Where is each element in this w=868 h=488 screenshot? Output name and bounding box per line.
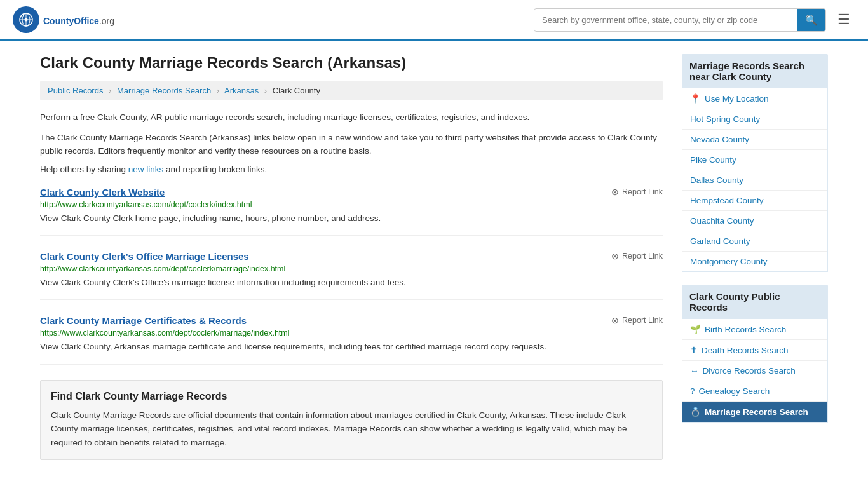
- ouachita-link[interactable]: Ouachita County: [690, 216, 820, 226]
- new-links-link[interactable]: new links: [128, 165, 164, 174]
- genealogy-icon: ?: [690, 386, 695, 396]
- montgomery-label: Montgomery County: [690, 257, 768, 266]
- logo[interactable]: CountyOffice.org: [13, 6, 114, 33]
- death-records-link[interactable]: ✝ Death Records Search: [690, 345, 820, 355]
- report-link-1[interactable]: ⊗ Report Link: [611, 187, 663, 197]
- use-location-label: Use My Location: [705, 94, 769, 104]
- record-url-2[interactable]: http://www.clarkcountyarkansas.com/dept/…: [40, 264, 663, 273]
- record-title-1[interactable]: Clark County Clerk Website: [40, 187, 165, 198]
- birth-records-link[interactable]: 🌱 Birth Records Search: [690, 324, 820, 334]
- report-link-3[interactable]: ⊗ Report Link: [611, 315, 663, 325]
- breadcrumb-marriage-search[interactable]: Marriage Records Search: [117, 86, 211, 95]
- nevada-label: Nevada County: [690, 135, 749, 144]
- dallas-link[interactable]: Dallas County: [690, 175, 820, 185]
- search-button[interactable]: 🔍: [797, 9, 825, 31]
- divorce-records-label: Divorce Records Search: [703, 366, 796, 376]
- breadcrumb-current: Clark County: [273, 86, 320, 95]
- marriage-icon: 💍: [690, 407, 701, 417]
- record-url-1[interactable]: http://www.clarkcountyarkansas.com/dept/…: [40, 200, 663, 209]
- breadcrumb: Public Records › Marriage Records Search…: [40, 81, 663, 100]
- breadcrumb-sep-3: ›: [264, 86, 267, 95]
- report-icon-3: ⊗: [611, 315, 619, 325]
- sidebar-nearby-header: Marriage Records Search near Clark Count…: [682, 54, 828, 88]
- intro-paragraph-1: Perform a free Clark County, AR public m…: [40, 111, 663, 125]
- record-title-row-1: Clark County Clerk Website ⊗ Report Link: [40, 187, 663, 198]
- report-icon-2: ⊗: [611, 251, 619, 261]
- location-icon: 📍: [690, 93, 701, 104]
- marriage-records-link[interactable]: 💍 Marriage Records Search: [690, 407, 820, 417]
- site-header: CountyOffice.org 🔍 ☰: [0, 0, 868, 41]
- record-desc-2: View Clark County Clerk's Office's marri…: [40, 276, 663, 289]
- record-item-2: Clark County Clerk's Office Marriage Lic…: [40, 251, 663, 300]
- sidebar-item-pike[interactable]: Pike County: [682, 150, 827, 170]
- intro-paragraph-2: The Clark County Marriage Records Search…: [40, 131, 663, 158]
- record-title-row-2: Clark County Clerk's Office Marriage Lic…: [40, 251, 663, 262]
- sidebar-item-hempstead[interactable]: Hempstead County: [682, 191, 827, 211]
- search-bar[interactable]: 🔍: [534, 8, 826, 32]
- sidebar-item-nevada[interactable]: Nevada County: [682, 130, 827, 150]
- montgomery-link[interactable]: Montgomery County: [690, 257, 820, 266]
- sidebar-item-marriage[interactable]: 💍 Marriage Records Search: [682, 402, 827, 422]
- find-section-text: Clark County Marriage Records are offici…: [51, 409, 652, 450]
- record-desc-3: View Clark County, Arkansas marriage cer…: [40, 341, 663, 353]
- sidebar-public-records-section: Clark County Public Records 🌱 Birth Reco…: [682, 285, 828, 423]
- hempstead-link[interactable]: Hempstead County: [690, 196, 820, 205]
- sidebar-item-ouachita[interactable]: Ouachita County: [682, 211, 827, 231]
- main-content: Clark County Marriage Records Search (Ar…: [40, 54, 663, 460]
- genealogy-link[interactable]: ? Genealogy Search: [690, 386, 820, 396]
- nevada-link[interactable]: Nevada County: [690, 135, 820, 144]
- search-input[interactable]: [534, 10, 797, 30]
- report-link-2[interactable]: ⊗ Report Link: [611, 251, 663, 261]
- svg-point-5: [25, 18, 28, 22]
- pike-label: Pike County: [690, 155, 736, 165]
- hempstead-label: Hempstead County: [690, 196, 764, 205]
- sidebar-public-records-header: Clark County Public Records: [682, 285, 828, 319]
- sidebar-public-records-list: 🌱 Birth Records Search ✝ Death Records S…: [682, 319, 828, 423]
- help-text: Help others by sharing new links and rep…: [40, 165, 663, 174]
- ouachita-label: Ouachita County: [690, 216, 754, 226]
- sidebar-item-hot-spring[interactable]: Hot Spring County: [682, 109, 827, 130]
- report-icon-1: ⊗: [611, 187, 619, 197]
- logo-icon: [13, 6, 39, 33]
- garland-link[interactable]: Garland County: [690, 236, 820, 246]
- divorce-records-link[interactable]: ↔ Divorce Records Search: [690, 366, 820, 376]
- sidebar-nearby-list: 📍 Use My Location Hot Spring County Neva…: [682, 88, 828, 272]
- sidebar-nearby-section: Marriage Records Search near Clark Count…: [682, 54, 828, 272]
- report-link-label-2: Report Link: [622, 252, 663, 261]
- death-records-label: Death Records Search: [702, 346, 789, 355]
- sidebar-item-use-location[interactable]: 📍 Use My Location: [682, 88, 827, 109]
- death-icon: ✝: [690, 345, 698, 355]
- divorce-icon: ↔: [690, 366, 699, 376]
- sidebar-item-garland[interactable]: Garland County: [682, 231, 827, 252]
- sidebar-item-montgomery[interactable]: Montgomery County: [682, 252, 827, 271]
- find-section-title: Find Clark County Marriage Records: [51, 391, 652, 402]
- birth-icon: 🌱: [690, 324, 701, 334]
- find-section: Find Clark County Marriage Records Clark…: [40, 380, 663, 461]
- report-link-label-1: Report Link: [622, 187, 663, 196]
- main-container: Clark County Marriage Records Search (Ar…: [21, 41, 847, 473]
- breadcrumb-arkansas[interactable]: Arkansas: [224, 86, 259, 95]
- breadcrumb-sep-1: ›: [109, 86, 111, 95]
- breadcrumb-public-records[interactable]: Public Records: [48, 86, 103, 95]
- sidebar-item-birth[interactable]: 🌱 Birth Records Search: [682, 319, 827, 340]
- record-url-3[interactable]: https://www.clarkcountyarkansas.com/dept…: [40, 329, 663, 337]
- sidebar-item-genealogy[interactable]: ? Genealogy Search: [682, 381, 827, 402]
- sidebar-item-dallas[interactable]: Dallas County: [682, 170, 827, 191]
- marriage-records-label: Marriage Records Search: [705, 407, 808, 417]
- record-title-2[interactable]: Clark County Clerk's Office Marriage Lic…: [40, 251, 249, 262]
- record-title-row-3: Clark County Marriage Certificates & Rec…: [40, 315, 663, 326]
- breadcrumb-sep-2: ›: [217, 86, 219, 95]
- sidebar-item-divorce[interactable]: ↔ Divorce Records Search: [682, 361, 827, 381]
- use-location-link[interactable]: 📍 Use My Location: [690, 93, 820, 104]
- hot-spring-link[interactable]: Hot Spring County: [690, 114, 820, 124]
- dallas-label: Dallas County: [690, 175, 743, 185]
- header-right: 🔍 ☰: [534, 8, 855, 32]
- genealogy-label: Genealogy Search: [699, 386, 770, 396]
- hamburger-menu-icon[interactable]: ☰: [832, 9, 855, 30]
- hot-spring-label: Hot Spring County: [690, 114, 760, 124]
- sidebar-item-death[interactable]: ✝ Death Records Search: [682, 340, 827, 361]
- record-title-3[interactable]: Clark County Marriage Certificates & Rec…: [40, 315, 247, 326]
- pike-link[interactable]: Pike County: [690, 155, 820, 165]
- sidebar: Marriage Records Search near Clark Count…: [682, 54, 828, 460]
- report-link-label-3: Report Link: [622, 316, 663, 325]
